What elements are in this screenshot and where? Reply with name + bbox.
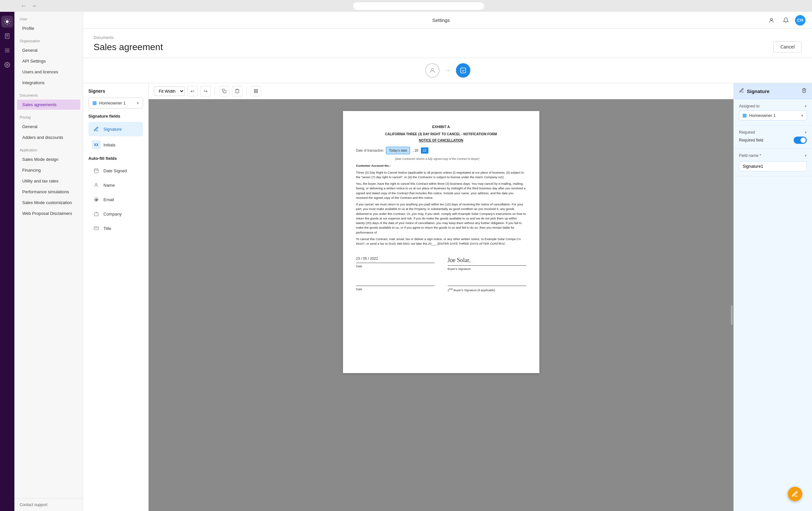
sidebar-item-web-proposal[interactable]: Web Proposal Disclaimers [17,208,80,218]
page-header: Documents Sales agreement Cancel [83,29,812,58]
svg-rect-27 [94,213,98,216]
sidebar-item-sales-mode[interactable]: Sales Mode design [17,154,80,164]
fab-edit-button[interactable] [788,487,802,501]
sidebar-item-adders[interactable]: Adders and discounts [17,132,80,142]
date-field[interactable]: Today's date [386,147,410,154]
sidebar-item-pricing-general[interactable]: General [17,122,80,132]
signature-cursive: Joe Solar [448,256,470,265]
assigned-to-label-row: Assigned to ▾ [739,104,807,108]
account-label: Customer Account No.: [356,163,526,168]
svg-rect-37 [254,91,256,93]
nav-icon-settings[interactable] [1,59,13,71]
required-label-row: Required ▾ [739,130,807,135]
svg-line-8 [9,20,9,20]
nav-icon-sun[interactable] [1,16,13,28]
scrollbar-thumb[interactable] [731,305,733,325]
autofill-title[interactable]: Title [88,222,143,235]
signer-color-dot [93,101,96,105]
date-suffix: , 20 [413,148,418,153]
buyer-signature-field[interactable]: Joe Solar * [448,256,526,266]
date-label-2: Date [356,287,435,292]
signers-title: Signers [88,88,143,94]
notification-icon[interactable] [781,15,791,26]
undo-button[interactable]: ↩ [187,86,198,96]
nav-icon-list[interactable] [1,45,13,56]
signers-panel: Signers Homeowner 1 ▾ Signature fields S… [83,83,149,511]
panel-delete-icon[interactable] [802,88,807,95]
field-name-label-row: Field name * ▾ [739,153,807,158]
field-name-section: Field name * ▾ [734,149,812,176]
cancel-button[interactable]: Cancel [773,41,802,52]
toolbar-divider-2 [246,87,247,95]
sidebar-item-users[interactable]: Users and licences [17,67,80,77]
autofill-company[interactable]: Company [88,207,143,220]
grid-button[interactable] [251,86,261,96]
svg-rect-20 [94,169,98,173]
sidebar-item-sales-agreements[interactable]: Sales agreements [17,100,80,110]
workflow-area: → [83,58,812,83]
doc-para3: If you cancel, we must return to you any… [356,202,526,235]
assigned-chevron-icon: ▾ [805,104,807,108]
content-row: Signers Homeowner 1 ▾ Signature fields S… [83,83,812,511]
svg-point-16 [6,64,8,66]
top-bar-right: CH [766,15,806,26]
field-item-initials[interactable]: XX Initials [88,138,143,152]
sidebar-item-api[interactable]: API Settings [17,56,80,66]
signer-name: Homeowner 1 [99,101,134,106]
assigned-to-select[interactable]: Homeowner 1 ▾ [739,110,807,120]
title-label: Title [104,226,111,231]
date-label: Date of transaction [356,148,384,153]
avatar[interactable]: CH [795,15,806,26]
title-icon [92,224,101,233]
sidebar-item-profile[interactable]: Profile [17,23,80,33]
field-name-label: Field name * [739,153,761,158]
sidebar: User Profile Organization General API Se… [14,12,83,511]
workflow-step-2[interactable] [456,63,470,78]
required-toggle[interactable] [794,137,807,144]
assigned-to-label: Assigned to [739,104,760,108]
email-label: Email [104,197,114,202]
initials-icon: XX [92,140,101,150]
autofill-date-signed[interactable]: Date Signed [88,164,143,177]
sidebar-item-utility[interactable]: Utility and tax rates [17,176,80,186]
field-name-input[interactable] [739,161,807,171]
required-label: Required [739,130,755,135]
redo-button[interactable]: ↪ [200,86,211,96]
date-number: 22 [421,147,428,154]
svg-rect-36 [256,89,258,91]
svg-point-18 [431,68,433,71]
nav-rail [0,12,14,511]
sidebar-item-general[interactable]: General [17,45,80,55]
sidebar-item-performance[interactable]: Performance simulations [17,187,80,197]
signer-chevron-icon: ▾ [137,101,139,106]
field-item-signature[interactable]: Signature [88,122,143,136]
initials-label: Initials [104,142,116,147]
workflow-step-1[interactable] [425,63,439,78]
panel-edit-icon [739,88,744,95]
sidebar-item-sales-custom[interactable]: Sales Mode customization [17,197,80,208]
autofill-email[interactable]: @ Email [88,193,143,206]
name-icon [92,181,101,190]
name-label: Name [104,183,115,188]
paste-button[interactable] [232,86,242,96]
back-button[interactable]: ← [20,2,28,10]
svg-line-4 [9,23,9,24]
sidebar-contact-support[interactable]: Contact support [14,498,83,511]
sidebar-item-financing[interactable]: Financing [17,165,80,175]
buyer-sig-label: Buyer's Signature [448,267,526,272]
email-icon: @ [92,195,101,204]
sidebar-item-integrations[interactable]: Integrations [17,78,80,88]
assigned-select-chevron-icon: ▾ [801,113,803,118]
panel-title-row: Signature [739,88,770,95]
nav-icon-document[interactable] [1,30,13,42]
svg-point-17 [771,18,773,20]
account-icon[interactable] [766,15,777,26]
fit-width-select[interactable]: Fit Width [154,86,184,96]
copy-button[interactable] [219,86,229,96]
date-of-transaction-row: Date of transaction Today's date , 20 22 [356,147,526,154]
forward-button[interactable]: → [30,2,38,10]
url-input[interactable]: aurorasolar.com [353,2,484,10]
autofill-name[interactable]: Name [88,179,143,192]
bracket-text: [date Contractor returns a fully signed … [395,157,526,161]
signer-dropdown[interactable]: Homeowner 1 ▾ [88,98,143,108]
